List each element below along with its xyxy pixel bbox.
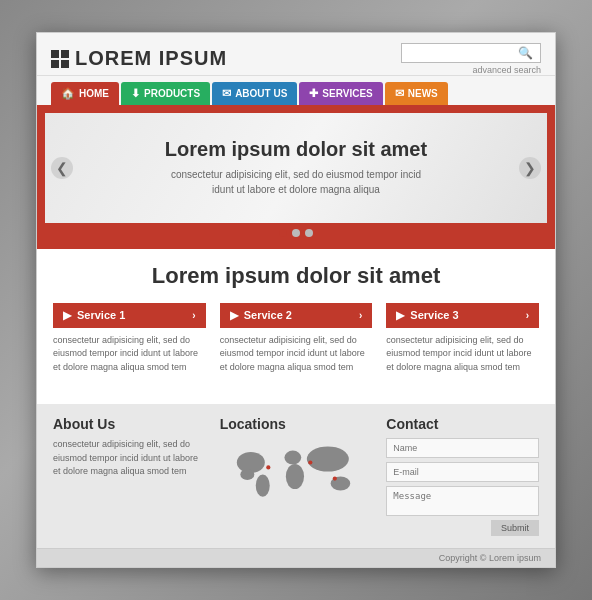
home-icon: 🏠 — [61, 87, 75, 100]
about-title: About Us — [53, 416, 206, 432]
service-2-label: Service 2 — [244, 309, 292, 321]
service-2-arrow-icon: › — [359, 310, 362, 321]
slider-next-button[interactable]: ❯ — [519, 157, 541, 179]
world-map — [220, 438, 373, 508]
service-2-icon: ▶ — [230, 309, 238, 322]
about-col: About Us consectetur adipisicing elit, s… — [53, 416, 206, 536]
slider-prev-button[interactable]: ❮ — [51, 157, 73, 179]
search-input[interactable] — [408, 47, 518, 59]
service-1-text: consectetur adipisicing elit, sed do eiu… — [53, 334, 206, 375]
svg-point-7 — [266, 466, 270, 470]
website-mockup: LOREM IPSUM 🔍 advanced search 🏠 HOME ⬇ P… — [36, 32, 556, 569]
slider-dots — [45, 223, 547, 241]
dot-1[interactable] — [279, 229, 287, 237]
nav-item-products[interactable]: ⬇ PRODUCTS — [121, 82, 210, 105]
nav-item-home[interactable]: 🏠 HOME — [51, 82, 119, 105]
locations-col: Locations — [220, 416, 373, 536]
services-icon: ✚ — [309, 87, 318, 100]
dot-3[interactable] — [305, 229, 313, 237]
bottom-section: About Us consectetur adipisicing elit, s… — [37, 404, 555, 548]
nav-item-services[interactable]: ✚ SERVICES — [299, 82, 382, 105]
logo: LOREM IPSUM — [51, 47, 227, 70]
svg-point-9 — [332, 477, 336, 481]
svg-point-3 — [284, 451, 301, 465]
logo-icon — [51, 50, 69, 68]
service-3-label: Service 3 — [410, 309, 458, 321]
nav: 🏠 HOME ⬇ PRODUCTS ✉ ABOUT US ✚ SERVICES … — [37, 76, 555, 105]
svg-point-1 — [240, 469, 254, 480]
contact-message-input[interactable] — [386, 486, 539, 516]
slider-title: Lorem ipsum dolor sit amet — [165, 138, 427, 161]
contact-email-input[interactable] — [386, 462, 539, 482]
nav-label-about: ABOUT US — [235, 88, 287, 99]
search-icon: 🔍 — [518, 46, 533, 60]
svg-point-4 — [286, 464, 304, 489]
nav-label-news: NEWS — [408, 88, 438, 99]
contact-col: Contact Submit — [386, 416, 539, 536]
about-icon: ✉ — [222, 87, 231, 100]
nav-label-services: SERVICES — [322, 88, 372, 99]
header: LOREM IPSUM 🔍 advanced search — [37, 33, 555, 76]
news-icon: ✉ — [395, 87, 404, 100]
main-content: Lorem ipsum dolor sit amet ▶ Service 1 ›… — [37, 249, 555, 405]
contact-submit-button[interactable]: Submit — [491, 520, 539, 536]
footer-text: Copyright © Lorem ipsum — [439, 553, 541, 563]
service-2-text: consectetur adipisicing elit, sed do eiu… — [220, 334, 373, 375]
advanced-search-label[interactable]: advanced search — [472, 65, 541, 75]
dot-2[interactable] — [292, 229, 300, 237]
service-3-arrow-icon: › — [526, 310, 529, 321]
service-1-icon: ▶ — [63, 309, 71, 322]
service-2-button[interactable]: ▶ Service 2 › — [220, 303, 373, 328]
service-1-label: Service 1 — [77, 309, 125, 321]
service-col-2: ▶ Service 2 › consectetur adipisicing el… — [220, 303, 373, 375]
contact-title: Contact — [386, 416, 539, 432]
products-icon: ⬇ — [131, 87, 140, 100]
nav-item-about[interactable]: ✉ ABOUT US — [212, 82, 297, 105]
svg-point-8 — [308, 461, 312, 465]
slider: ❮ Lorem ipsum dolor sit amet consectetur… — [37, 105, 555, 249]
main-title: Lorem ipsum dolor sit amet — [53, 263, 539, 289]
slider-inner: ❮ Lorem ipsum dolor sit amet consectetur… — [45, 113, 547, 223]
service-col-3: ▶ Service 3 › consectetur adipisicing el… — [386, 303, 539, 375]
service-col-1: ▶ Service 1 › consectetur adipisicing el… — [53, 303, 206, 375]
svg-point-2 — [255, 475, 269, 497]
service-1-button[interactable]: ▶ Service 1 › — [53, 303, 206, 328]
svg-point-5 — [307, 447, 349, 472]
services-row: ▶ Service 1 › consectetur adipisicing el… — [53, 303, 539, 375]
search-box: 🔍 advanced search — [401, 43, 541, 75]
contact-name-input[interactable] — [386, 438, 539, 458]
service-3-text: consectetur adipisicing elit, sed do eiu… — [386, 334, 539, 375]
about-text: consectetur adipisicing elit, sed do eiu… — [53, 438, 206, 479]
nav-label-home: HOME — [79, 88, 109, 99]
slider-text: consectetur adipisicing elit, sed do eiu… — [165, 167, 427, 197]
locations-title: Locations — [220, 416, 373, 432]
nav-label-products: PRODUCTS — [144, 88, 200, 99]
service-1-arrow-icon: › — [192, 310, 195, 321]
nav-item-news[interactable]: ✉ NEWS — [385, 82, 448, 105]
search-input-wrap[interactable]: 🔍 — [401, 43, 541, 63]
service-3-button[interactable]: ▶ Service 3 › — [386, 303, 539, 328]
logo-text: LOREM IPSUM — [75, 47, 227, 70]
footer: Copyright © Lorem ipsum — [37, 548, 555, 567]
service-3-icon: ▶ — [396, 309, 404, 322]
slider-content: Lorem ipsum dolor sit amet consectetur a… — [165, 138, 427, 197]
